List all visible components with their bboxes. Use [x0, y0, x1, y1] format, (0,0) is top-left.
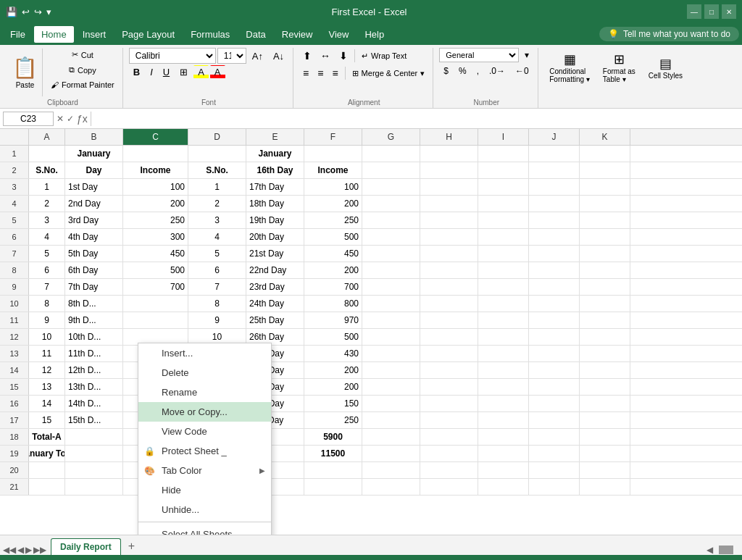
- cell[interactable]: [362, 479, 420, 495]
- col-header-c[interactable]: C: [123, 129, 188, 145]
- cell[interactable]: 150: [304, 396, 362, 411]
- cell[interactable]: [529, 179, 580, 195]
- cell[interactable]: [29, 462, 65, 478]
- cell[interactable]: Income: [304, 162, 362, 178]
- cell[interactable]: 5: [188, 246, 246, 262]
- cell[interactable]: 2: [188, 196, 246, 212]
- merge-dropdown-icon[interactable]: ▾: [420, 69, 425, 78]
- cell[interactable]: 9: [188, 312, 246, 328]
- cell[interactable]: [580, 179, 630, 195]
- decrease-decimal-button[interactable]: ←0: [511, 64, 533, 78]
- font-name-selector[interactable]: Calibri: [129, 48, 216, 64]
- cell[interactable]: [580, 279, 630, 295]
- copy-button[interactable]: ⧉ Copy: [47, 63, 118, 77]
- cell[interactable]: [478, 196, 529, 212]
- cell[interactable]: [580, 312, 630, 328]
- cell[interactable]: [580, 296, 630, 312]
- cell[interactable]: 700: [304, 279, 362, 295]
- percent-button[interactable]: %: [454, 64, 471, 78]
- row-header[interactable]: 16: [0, 396, 29, 411]
- cell[interactable]: [478, 212, 529, 228]
- cell[interactable]: 10th D...: [65, 329, 123, 345]
- cell[interactable]: [529, 446, 580, 461]
- cell[interactable]: [29, 479, 65, 495]
- accounting-format-button[interactable]: $: [439, 64, 453, 78]
- cell[interactable]: [362, 279, 420, 295]
- col-header-e[interactable]: E: [246, 129, 304, 145]
- cell[interactable]: [420, 246, 478, 262]
- cell[interactable]: 15: [29, 412, 65, 428]
- row-header[interactable]: 3: [0, 179, 29, 195]
- ctx-protect-sheet[interactable]: 🔒 Protect Sheet _: [138, 441, 271, 461]
- cell[interactable]: [420, 412, 478, 428]
- cell[interactable]: [478, 446, 529, 461]
- wrap-text-button[interactable]: ↵ Wrap Text: [358, 49, 410, 63]
- number-format-dropdown[interactable]: ▾: [520, 48, 533, 62]
- bold-button[interactable]: B: [129, 65, 144, 79]
- menu-help[interactable]: Help: [357, 26, 391, 43]
- cell[interactable]: [478, 462, 529, 478]
- ctx-unhide[interactable]: Unhide...: [138, 500, 271, 519]
- col-header-g[interactable]: G: [362, 129, 420, 145]
- cell[interactable]: [580, 412, 630, 428]
- insert-function-icon[interactable]: ƒx: [77, 113, 88, 125]
- row-header[interactable]: 21: [0, 479, 29, 495]
- ctx-select-all-sheets[interactable]: Select All Sheets: [138, 525, 271, 535]
- cell[interactable]: 4: [188, 229, 246, 245]
- cell[interactable]: [420, 346, 478, 362]
- scroll-left-icon[interactable]: ◀: [706, 545, 713, 555]
- cell[interactable]: 10: [29, 329, 65, 345]
- cell[interactable]: 12: [29, 362, 65, 378]
- cell[interactable]: 700: [123, 279, 188, 295]
- ctx-view-code[interactable]: View Code: [138, 422, 271, 441]
- cell[interactable]: [420, 446, 478, 461]
- cell[interactable]: 1st Day: [65, 179, 123, 195]
- cell[interactable]: [65, 446, 123, 461]
- cell[interactable]: 200: [123, 196, 188, 212]
- cell[interactable]: Income: [123, 162, 188, 178]
- cell[interactable]: 21st Day: [246, 246, 304, 262]
- cell[interactable]: 16th Day: [246, 162, 304, 178]
- next-sheet-icon[interactable]: ▶: [25, 545, 32, 555]
- paste-button[interactable]: 📋 Paste: [7, 48, 43, 97]
- cell[interactable]: [362, 246, 420, 262]
- cell[interactable]: [420, 146, 478, 162]
- cell[interactable]: [420, 429, 478, 445]
- grid-wrapper[interactable]: 1JanuaryJanuary2S.No.DayIncomeS.No.16th …: [0, 146, 742, 535]
- cell[interactable]: 5900: [304, 429, 362, 445]
- cell[interactable]: 13th D...: [65, 379, 123, 395]
- cell[interactable]: 500: [304, 229, 362, 245]
- cell[interactable]: [529, 412, 580, 428]
- row-header[interactable]: 19: [0, 446, 29, 461]
- cell[interactable]: 3rd Day: [65, 212, 123, 228]
- cell[interactable]: [420, 329, 478, 345]
- cell[interactable]: [529, 246, 580, 262]
- cell[interactable]: 23rd Day: [246, 279, 304, 295]
- cell[interactable]: [478, 479, 529, 495]
- cell[interactable]: [580, 379, 630, 395]
- first-sheet-icon[interactable]: ◀◀: [3, 545, 16, 555]
- cell[interactable]: [529, 329, 580, 345]
- cell[interactable]: [362, 179, 420, 195]
- confirm-formula-icon[interactable]: ✓: [67, 114, 74, 124]
- cell[interactable]: [529, 462, 580, 478]
- cell[interactable]: [580, 196, 630, 212]
- cell[interactable]: [580, 479, 630, 495]
- cell[interactable]: [420, 279, 478, 295]
- cell[interactable]: [529, 479, 580, 495]
- cell[interactable]: 300: [123, 229, 188, 245]
- cell[interactable]: 7: [29, 279, 65, 295]
- cell[interactable]: [580, 396, 630, 411]
- cell[interactable]: [529, 146, 580, 162]
- font-size-selector[interactable]: 11: [217, 48, 246, 64]
- cell[interactable]: [420, 162, 478, 178]
- align-bottom-button[interactable]: ⬇: [335, 48, 351, 64]
- cell[interactable]: [420, 179, 478, 195]
- cell[interactable]: [529, 196, 580, 212]
- cell[interactable]: [478, 412, 529, 428]
- row-header[interactable]: 11: [0, 312, 29, 328]
- cell[interactable]: 6th Day: [65, 262, 123, 278]
- cell[interactable]: 100: [123, 179, 188, 195]
- context-menu[interactable]: Insert... Delete Rename Move or Copy... …: [138, 343, 272, 535]
- cell[interactable]: [529, 262, 580, 278]
